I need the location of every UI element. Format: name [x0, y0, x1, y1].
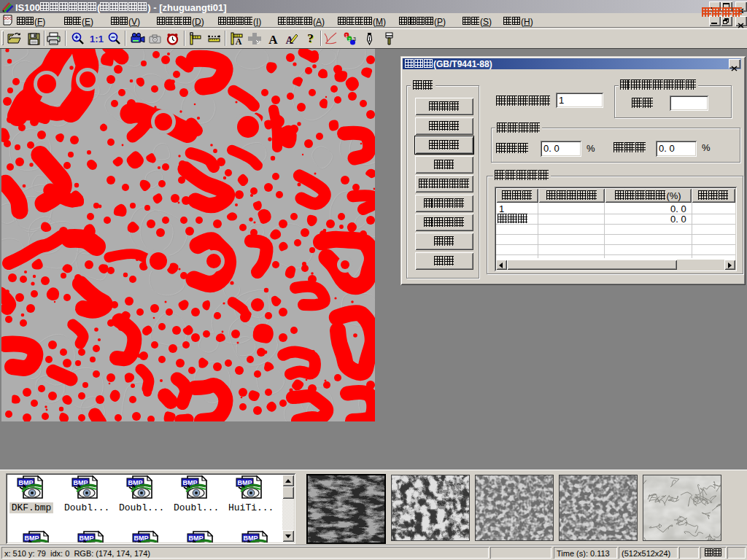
svg-text:A: A: [268, 33, 278, 46]
svg-text:DOC: DOC: [3, 16, 12, 20]
svg-text:?: ?: [307, 31, 314, 45]
svg-text:3: 3: [353, 36, 356, 42]
svg-text:A: A: [236, 36, 242, 46]
svg-text:1:1: 1:1: [90, 34, 104, 44]
